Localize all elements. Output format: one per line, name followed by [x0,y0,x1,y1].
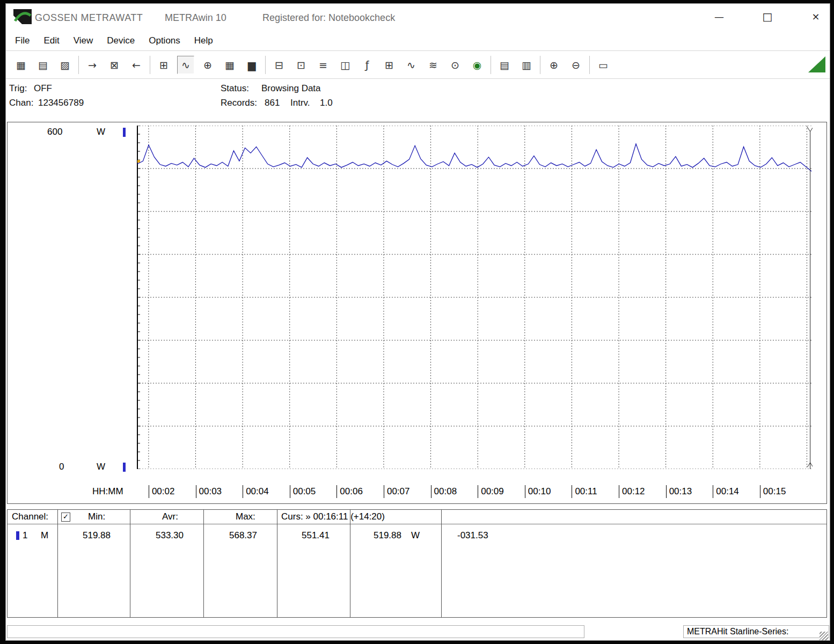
minimize-button[interactable]: — [708,8,730,25]
status-value: Browsing Data [261,83,321,94]
toolbar-separator [589,56,590,74]
toolbar-group: ⊞∿⊕▦▆ [155,56,260,74]
x-tick-label: 00:08 [431,485,457,498]
power-time-chart[interactable] [137,126,813,469]
records-value: 861 [265,98,280,108]
menu-help[interactable]: Help [187,31,220,50]
chan-label: Chan: [9,98,33,108]
max-header: Max: [236,511,255,522]
channel1-visible-checkbox[interactable]: ✓ [61,513,70,522]
clear-memory-icon[interactable]: ⊠ [106,56,123,74]
app-title: METRAwin 10 [165,12,226,24]
toolbar-separator [150,56,150,74]
records-label: Records: [221,98,257,108]
time-chart-icon[interactable]: ⊙ [447,56,464,74]
cursor1-marker[interactable] [137,160,140,163]
avr-header: Avr: [162,511,178,522]
zoom-out-icon[interactable]: ⊖ [567,56,584,74]
envelope-icon[interactable]: ≋ [425,56,442,74]
y-unit-top: W [97,127,105,137]
calculator-icon[interactable]: ⊞ [381,56,398,74]
toolbar-group: ▭ [595,56,612,74]
menu-device[interactable]: Device [100,31,142,50]
cursor-table: Channel: ✓ Min: Avr: Max: Curs: » 00:16:… [7,509,827,618]
chan-value: 123456789 [38,98,84,108]
x-tick-label: 00:06 [336,485,363,498]
stopwatch-icon[interactable]: ◉ [469,56,486,74]
x-tick-label: 00:14 [713,485,739,498]
channel-header: Channel: [12,511,48,522]
menu-file[interactable]: File [8,31,36,50]
toolbar-separator [265,56,266,74]
cursor1-value: 551.41 [302,530,330,541]
channel1-color-marker-bottom [123,463,126,472]
x-tick-label: 00:11 [572,485,597,498]
x-tick-label: 00:02 [149,485,175,498]
registered-for-text: Registered for: Notebookcheck [262,12,395,24]
monitor-wave-icon[interactable]: ◫ [336,56,354,74]
statusbar-message-panel [7,625,584,638]
monitor-read-icon[interactable]: ⊟ [270,56,288,74]
gossen-metrawatt-logo [13,9,32,24]
cursor-header: Curs: » 00:16:11 (+14:20) [281,511,385,522]
zoom-in-icon[interactable]: ⊕ [545,56,562,74]
histogram-icon[interactable]: ▆ [243,56,260,74]
x-tick-label: 00:12 [619,485,645,498]
table-divider [57,510,58,617]
chart-cursor[interactable] [807,127,813,469]
xy-scope-icon[interactable]: ⊕ [199,56,216,74]
trig-value: OFF [34,83,52,94]
save-icon[interactable]: ▦ [12,56,30,74]
channel1-row-marker [16,531,19,540]
y-min-label: 0 [59,462,64,472]
toolbar-separator [491,56,491,74]
channel-number: 1 [23,530,27,541]
save-as-icon[interactable]: ▤ [34,56,52,74]
cursor2-unit: W [411,530,420,541]
annotation-icon[interactable]: ▭ [595,56,612,74]
x-tick-label: 00:07 [384,485,410,498]
resize-grip[interactable] [820,632,828,640]
open-file-icon[interactable]: ▨ [56,56,74,74]
y-max-label: 600 [47,127,62,137]
data-table-icon[interactable]: ▦ [221,56,238,74]
toolbar-group: ⊟⊡≡◫ƒ⊞∿≋⊙◉ [270,56,486,74]
close-button[interactable]: × [804,8,827,25]
formula-icon[interactable]: ƒ [359,56,376,74]
table-divider [350,510,350,617]
line-chart-icon[interactable]: ∿ [177,56,194,74]
status-bar: METRAHit Starline-Series: [7,624,827,639]
min-value: 519.88 [83,530,111,541]
print-preview-icon[interactable]: ▤ [496,56,513,74]
avr-value: 533.30 [156,530,184,541]
x-tick-label: 00:03 [196,485,222,498]
chart-panel: 600 W 0 W HH:MM 00:0200:0300:0400:0500:0… [7,122,827,504]
toolbar-separator [540,56,540,74]
toolbar-group: →⊠← [84,56,145,74]
x-tick-label: 00:13 [666,485,692,498]
maximize-button[interactable]: □ [756,8,779,25]
x-tick-label: 00:05 [290,485,316,498]
monitor-config-icon[interactable]: ⊡ [292,56,310,74]
scale-settings-icon[interactable]: ≡ [314,56,332,74]
menu-edit[interactable]: Edit [36,31,66,50]
toolbar-group: ⊕⊖ [545,56,584,74]
numeric-display-icon[interactable]: ⊞ [155,56,172,74]
menu-options[interactable]: Options [142,31,187,50]
table-divider [441,510,442,617]
toolbar-separator [78,56,79,74]
x-tick-label: 00:15 [760,485,786,498]
read-device-icon[interactable]: → [84,56,101,74]
statusbar-device-panel: METRAHit Starline-Series: [683,625,829,638]
toolbar-resize-triangle [808,56,825,72]
menu-view[interactable]: View [67,31,100,50]
brand-text: GOSSEN METRAWATT [35,12,143,24]
send-device-icon[interactable]: ← [128,56,145,74]
title-bar: GOSSEN METRAWATT METRAwin 10 Registered … [6,4,830,31]
menu-bar: File Edit View Device Options Help [6,31,830,51]
status-label: Status: [221,83,249,94]
toolbar-group: ▦▤▨ [12,56,74,74]
print-icon[interactable]: ▥ [518,56,535,74]
channel1-color-marker-top [123,128,126,137]
ripple-icon[interactable]: ∿ [403,56,420,74]
